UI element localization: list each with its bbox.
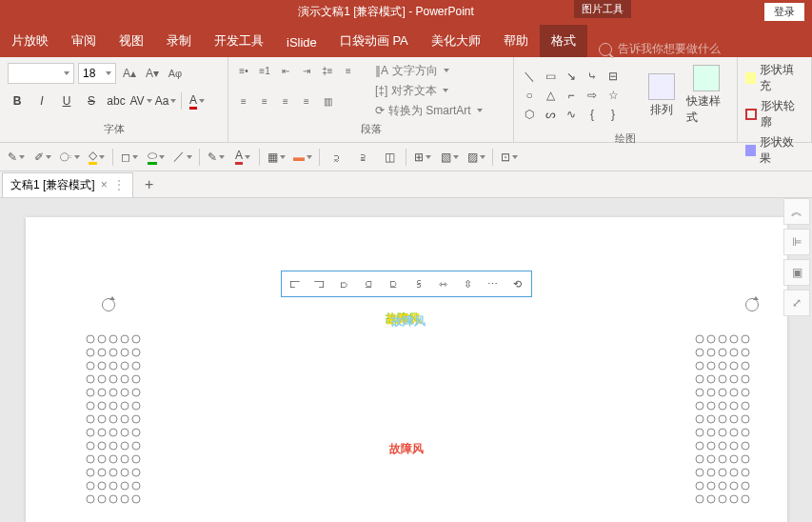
tab-help[interactable]: 帮助 [492,25,540,57]
tab-beautify[interactable]: 美化大师 [420,25,492,57]
shape-triangle-icon[interactable]: △ [541,87,560,104]
columns-button[interactable]: ▥ [318,91,337,110]
shape-freeform-icon[interactable]: ᔕ [541,106,560,123]
shape-fill-button[interactable]: 形状填充 [743,61,805,95]
char-spacing-button[interactable]: AV [131,91,150,110]
login-button[interactable]: 登录 [764,3,804,21]
fill-color-button[interactable]: ◇ [86,147,107,168]
bold-button[interactable]: B [8,91,27,110]
shape-line-icon[interactable]: ＼ [520,68,539,85]
grow-font-button[interactable]: A▴ [120,64,139,83]
ink-pen-button[interactable]: ✐ [32,147,53,168]
line-spacing-button[interactable]: ‡≡ [318,62,337,81]
font-size-combo[interactable]: 18 [78,63,116,84]
tab-pocket-anim[interactable]: 口袋动画 PA [328,25,420,57]
dist-v-icon[interactable]: ⇳ [457,273,480,294]
handle-cluster-right[interactable] [692,331,768,522]
clear-format-button[interactable]: Aφ [166,64,185,83]
bring-forward-button[interactable]: ▧ [439,147,460,168]
dist-h-button[interactable]: ◫ [379,147,400,168]
numbering-button[interactable]: ≡1 [255,62,274,81]
shape-hex-icon[interactable]: ⬡ [520,106,539,123]
align-middle-icon[interactable]: ⫒ [383,273,406,294]
shape-effects-button[interactable]: 形状效果 [743,133,805,168]
dist-h-icon[interactable]: ⇿ [432,273,455,294]
shape-curve-icon[interactable]: ∿ [562,106,581,123]
tab-developer[interactable]: 开发工具 [203,25,275,57]
underline-button[interactable]: U [57,91,76,110]
group-button[interactable]: ⊞ [412,147,433,168]
eyedropper-button[interactable]: ✎ [6,147,27,168]
more-icon[interactable]: ⋯ [482,273,505,294]
font-color-quick-button[interactable]: A [232,147,253,168]
selection-pane-button[interactable]: ⊡ [499,147,520,168]
change-case-button[interactable]: Aa [156,91,175,110]
rotate-handle-icon[interactable] [745,298,759,311]
tab-islide[interactable]: iSlide [275,28,328,57]
strike-button[interactable]: S [82,91,101,110]
shape-fill-tool-button[interactable]: ⬭ [146,147,167,168]
bullets-button[interactable]: ≡• [234,62,253,81]
handle-cluster-left[interactable] [83,331,159,522]
shape-gallery[interactable]: ＼ ▭ ↘ ⤷ ⊟ ○ △ ⌐ ⇨ ☆ ⬡ ᔕ ∿ { } [520,68,641,123]
align-left-button[interactable]: ≡ [339,62,358,81]
align-text-button[interactable]: [‡]对齐文本 [373,82,485,100]
color-grid-button[interactable]: ▦ [266,147,287,168]
eyedropper2-button[interactable]: ✎ [206,147,227,168]
shape-oval-icon[interactable]: ○ [520,87,539,104]
convert-smartart-button[interactable]: ⟳转换为 SmartArt [373,102,485,120]
tell-me-search[interactable]: 告诉我你想要做什么 [587,41,732,57]
align-center-button[interactable]: ≡ [234,91,253,110]
expand-icon[interactable]: ⤢ [783,290,810,316]
send-backward-button[interactable]: ▨ [465,147,486,168]
tab-format[interactable]: 格式 [540,25,587,57]
font-family-combo[interactable] [8,63,74,84]
shape-rect-icon[interactable]: ▭ [541,68,560,85]
italic-button[interactable]: I [32,91,51,110]
new-tab-button[interactable]: + [139,174,160,195]
distribute-button[interactable]: ≡ [297,91,316,110]
tab-review[interactable]: 审阅 [60,25,108,57]
highlighter-button[interactable]: ⧃ [59,147,80,168]
tab-slideshow[interactable]: 片放映 [0,25,60,57]
indent-inc-button[interactable]: ⇥ [297,62,316,81]
shape-connector-icon[interactable]: ⤷ [583,68,602,85]
shape-star-icon[interactable]: ☆ [604,87,623,104]
align-center-h-icon[interactable]: ⫎ [308,273,331,294]
rotate-icon[interactable]: ⟲ [506,273,529,294]
shape-elbow-icon[interactable]: ⌐ [562,87,581,104]
shrink-font-button[interactable]: A▾ [143,64,162,83]
indent-dec-button[interactable]: ⇤ [276,62,295,81]
slide[interactable]: ⫍ ⫎ ⫐ ⫑ ⫒ ⫓ ⇿ ⇳ ⋯ ⟲ 故障风 故障风 故障风 故障风 /*ro… [26,217,787,522]
glitch-text-object[interactable]: 故障风 故障风 故障风 故障风 [389,312,424,488]
align-right-icon[interactable]: ⫐ [333,273,356,294]
line-tool-button[interactable]: ／ [172,147,193,168]
shape-arrow-icon[interactable]: ↘ [562,68,581,85]
palette-button[interactable]: ▬ [292,147,313,168]
tab-view[interactable]: 视图 [108,25,155,57]
align-left-icon[interactable]: ⫍ [284,273,307,294]
arrange-button[interactable]: 排列 [644,70,679,122]
shadow-button[interactable]: abc [107,91,126,110]
font-color-button[interactable]: A [188,91,207,110]
close-tab-icon[interactable]: × [101,178,108,191]
doc-tab-active[interactable]: 文稿1 [兼容模式] × ⋮ [2,172,133,197]
shape-right-arrow-icon[interactable]: ⇨ [583,87,602,104]
shape-tool-button[interactable]: ◻ [119,147,140,168]
align-h-button[interactable]: ⫈ [326,147,347,168]
quick-styles-button[interactable]: 快速样式 [683,61,731,130]
align-right-button[interactable]: ≡ [255,91,274,110]
notes-icon[interactable]: ⊫ [783,229,810,255]
collapse-up-icon[interactable]: ︽ [783,198,810,225]
rotate-handle-icon[interactable] [102,298,115,311]
shape-textbox-icon[interactable]: ⊟ [604,68,623,85]
slide-canvas[interactable]: ⫍ ⫎ ⫐ ⫑ ⫒ ⫓ ⇿ ⇳ ⋯ ⟲ 故障风 故障风 故障风 故障风 /*ro… [0,198,812,522]
text-direction-button[interactable]: ‖A文字方向 [373,62,485,80]
shape-outline-button[interactable]: 形状轮廓 [743,97,805,131]
selection-icon[interactable]: ▣ [783,259,810,286]
align-v-button[interactable]: ⫆ [352,147,373,168]
shape-brace-l-icon[interactable]: { [583,106,602,123]
tab-record[interactable]: 录制 [155,25,203,57]
shape-brace-r-icon[interactable]: } [604,106,623,123]
align-bottom-icon[interactable]: ⫓ [407,273,430,294]
